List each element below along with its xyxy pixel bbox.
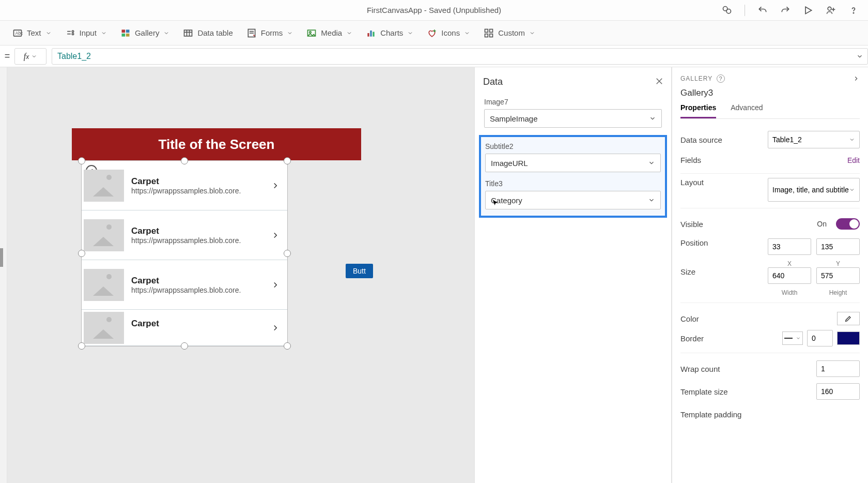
resize-handle[interactable] [78, 250, 85, 257]
svg-point-25 [309, 31, 311, 33]
data-flyout: Data Image7 SampleImage Subtitle2 ImageU… [474, 67, 672, 483]
fields-edit-link[interactable]: Edit [847, 156, 860, 164]
help-icon[interactable] [848, 5, 859, 16]
field-image-label: Image7 [484, 98, 662, 106]
highlighted-group: Subtitle2 ImageURL Title3 Category [479, 135, 667, 218]
resize-handle[interactable] [78, 342, 85, 350]
ribbon-custom[interactable]: Custom [484, 28, 535, 38]
ribbon-media[interactable]: Media [306, 28, 352, 38]
list-item[interactable]: Carpethttps://pwrappssamples.blob.core. [82, 210, 287, 260]
ribbon-gallery[interactable]: Gallery [120, 28, 170, 38]
ribbon-charts[interactable]: Charts [366, 28, 413, 38]
field-title-dropdown[interactable]: Category [485, 191, 661, 209]
tab-advanced[interactable]: Advanced [731, 103, 763, 118]
chevron-right-icon[interactable] [271, 323, 280, 333]
position-y-input[interactable]: 135 [816, 238, 860, 255]
data-source-dropdown[interactable]: Table1_2 [768, 131, 860, 148]
app-checker-icon[interactable] [722, 5, 732, 16]
wrap-count-input[interactable]: 1 [816, 360, 860, 377]
gallery-control[interactable]: Carpethttps://pwrappssamples.blob.core. … [81, 160, 288, 346]
visible-toggle[interactable] [836, 218, 860, 230]
size-height-input[interactable]: 575 [816, 267, 860, 284]
item-title: Carpet [131, 276, 264, 286]
ribbon-icons[interactable]: Icons [427, 28, 470, 38]
app-title: FirstCanvasApp - Saved (Unpublished) [367, 6, 501, 14]
svg-point-1 [726, 9, 731, 13]
formula-expand-icon[interactable] [856, 53, 863, 60]
layout-dropdown[interactable]: Image, title, and subtitle [768, 178, 860, 202]
layout-value: Image, title, and subtitle [772, 186, 849, 194]
list-item[interactable]: Carpethttps://pwrappssamples.blob.core. [82, 260, 287, 310]
canvas[interactable]: Title of the Screen Carpethttps://pwrapp… [7, 67, 474, 483]
prop-border-label: Border [680, 334, 704, 343]
formula-bar: = fx Table1_2 [0, 46, 868, 67]
cursor-icon [491, 199, 500, 207]
ribbon-text[interactable]: Abc Text [12, 28, 52, 38]
chevron-right-icon[interactable] [271, 181, 280, 190]
fx-picker[interactable]: fx [14, 48, 47, 65]
ribbon-gallery-label: Gallery [135, 28, 160, 37]
prop-template-padding: Template padding [680, 403, 860, 426]
redo-icon[interactable] [780, 5, 791, 16]
field-subtitle-dropdown[interactable]: ImageURL [485, 154, 661, 172]
selected-object-name: Gallery3 [680, 88, 860, 98]
properties-panel: GALLERY ? Gallery3 Properties Advanced D… [672, 67, 868, 483]
ribbon-data-table[interactable]: Data table [183, 28, 233, 38]
position-y-sublabel: Y [816, 260, 860, 267]
svg-rect-33 [485, 34, 488, 37]
prop-template-size-label: Template size [680, 387, 728, 396]
prop-fields: Fields Edit [680, 151, 860, 174]
field-title-label: Title3 [485, 179, 661, 188]
play-icon[interactable] [803, 5, 813, 16]
close-icon[interactable] [655, 77, 664, 86]
ribbon-input[interactable]: Input [65, 28, 107, 38]
canvas-button[interactable]: Butt [346, 264, 373, 278]
svg-rect-13 [121, 29, 125, 33]
list-item[interactable]: Carpethttps://pwrappssamples.blob.core. [82, 161, 287, 210]
prop-data-source-label: Data source [680, 135, 722, 144]
border-color-swatch[interactable] [837, 331, 860, 345]
left-rail[interactable] [0, 67, 7, 483]
border-style-dropdown[interactable] [782, 331, 803, 345]
list-item[interactable]: Carpethttps://pwrappssamples.blob.core. [82, 310, 287, 346]
chevron-right-icon[interactable] [271, 231, 280, 240]
item-subtitle: https://pwrappssamples.blob.core. [131, 236, 255, 245]
svg-text:Abc: Abc [16, 31, 23, 36]
template-size-input[interactable]: 160 [816, 383, 860, 400]
share-icon[interactable] [826, 5, 836, 16]
size-width-sublabel: Width [768, 289, 811, 296]
chevron-right-icon[interactable] [853, 75, 860, 82]
tab-properties[interactable]: Properties [680, 103, 716, 118]
resize-handle[interactable] [181, 342, 188, 350]
ribbon-forms[interactable]: Forms [246, 28, 293, 38]
resize-handle[interactable] [78, 157, 85, 164]
undo-icon[interactable] [757, 5, 768, 16]
ribbon-media-label: Media [321, 28, 342, 37]
ribbon-data-table-label: Data table [197, 28, 233, 37]
screen-preview: Title of the Screen Carpethttps://pwrapp… [72, 128, 361, 160]
color-swatch[interactable] [837, 312, 860, 325]
position-x-input[interactable]: 33 [768, 238, 811, 255]
field-image-dropdown[interactable]: SampleImage [484, 109, 662, 128]
prop-data-source: Data source Table1_2 [680, 128, 860, 151]
title-bar-actions [722, 5, 859, 16]
ribbon-forms-label: Forms [261, 28, 283, 37]
item-title: Carpet [131, 319, 264, 329]
item-subtitle: https://pwrappssamples.blob.core. [131, 187, 255, 195]
resize-handle[interactable] [284, 157, 291, 164]
border-width-input[interactable]: 0 [807, 330, 833, 346]
resize-handle[interactable] [181, 157, 188, 164]
item-subtitle: https://pwrappssamples.blob.core. [131, 286, 255, 294]
prop-template-size: Template size 160 [680, 380, 860, 403]
size-width-input[interactable]: 640 [768, 267, 811, 284]
chevron-right-icon[interactable] [271, 280, 280, 290]
resize-handle[interactable] [284, 342, 291, 350]
formula-input[interactable]: Table1_2 [52, 48, 868, 65]
help-circle-icon[interactable]: ? [717, 74, 725, 83]
size-height-sublabel: Height [816, 289, 860, 296]
image-placeholder-icon [84, 269, 124, 301]
divider [745, 5, 745, 16]
prop-wrap-count: Wrap count 1 [680, 357, 860, 380]
panel-crumb: GALLERY ? [680, 74, 860, 83]
resize-handle[interactable] [284, 250, 291, 257]
